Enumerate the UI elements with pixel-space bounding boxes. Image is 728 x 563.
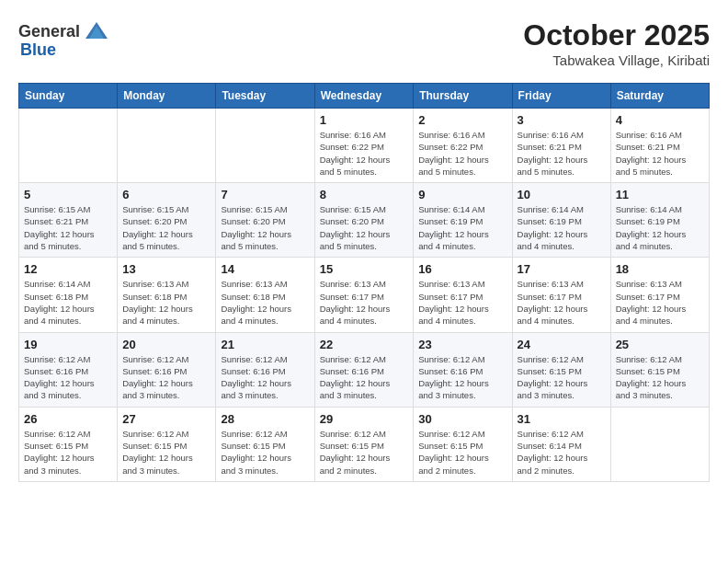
day-detail: Sunrise: 6:16 AMSunset: 6:21 PMDaylight:… xyxy=(616,129,704,178)
day-number: 31 xyxy=(518,412,606,426)
day-detail: Sunrise: 6:12 AMSunset: 6:15 PMDaylight:… xyxy=(518,353,606,402)
day-detail: Sunrise: 6:15 AMSunset: 6:20 PMDaylight:… xyxy=(122,203,210,252)
weekday-header: Monday xyxy=(118,84,216,109)
calendar-cell: 12Sunrise: 6:14 AMSunset: 6:18 PMDayligh… xyxy=(19,258,118,332)
day-number: 24 xyxy=(518,338,606,351)
calendar-cell: 4Sunrise: 6:16 AMSunset: 6:21 PMDaylight… xyxy=(610,109,709,183)
day-number: 30 xyxy=(418,412,506,426)
calendar-cell: 19Sunrise: 6:12 AMSunset: 6:16 PMDayligh… xyxy=(19,332,118,407)
calendar-cell: 13Sunrise: 6:13 AMSunset: 6:18 PMDayligh… xyxy=(118,258,216,332)
day-number: 13 xyxy=(122,262,210,276)
day-detail: Sunrise: 6:12 AMSunset: 6:15 PMDaylight:… xyxy=(418,428,506,477)
day-number: 28 xyxy=(221,412,309,426)
day-number: 23 xyxy=(418,338,506,351)
day-number: 21 xyxy=(221,338,309,351)
day-number: 7 xyxy=(221,188,309,201)
calendar-cell: 23Sunrise: 6:12 AMSunset: 6:16 PMDayligh… xyxy=(414,332,512,407)
day-number: 11 xyxy=(616,188,704,201)
day-number: 9 xyxy=(418,188,506,201)
day-detail: Sunrise: 6:12 AMSunset: 6:15 PMDaylight:… xyxy=(320,428,409,477)
calendar-cell: 24Sunrise: 6:12 AMSunset: 6:15 PMDayligh… xyxy=(512,332,610,407)
calendar-cell: 21Sunrise: 6:12 AMSunset: 6:16 PMDayligh… xyxy=(216,332,314,407)
page-header: General Blue October 2025 Tabwakea Villa… xyxy=(18,18,710,68)
calendar-week-row: 12Sunrise: 6:14 AMSunset: 6:18 PMDayligh… xyxy=(19,258,710,332)
day-number: 2 xyxy=(418,113,506,127)
title-section: October 2025 Tabwakea Village, Kiribati xyxy=(523,18,710,68)
day-number: 18 xyxy=(616,262,704,276)
day-number: 5 xyxy=(24,188,112,201)
day-detail: Sunrise: 6:14 AMSunset: 6:19 PMDaylight:… xyxy=(518,203,606,252)
day-detail: Sunrise: 6:12 AMSunset: 6:16 PMDaylight:… xyxy=(418,353,506,402)
calendar-cell: 14Sunrise: 6:13 AMSunset: 6:18 PMDayligh… xyxy=(216,258,314,332)
calendar-cell: 1Sunrise: 6:16 AMSunset: 6:22 PMDaylight… xyxy=(314,109,414,183)
day-number: 12 xyxy=(24,262,112,276)
day-number: 3 xyxy=(518,113,606,127)
day-number: 19 xyxy=(24,338,112,351)
calendar-cell: 2Sunrise: 6:16 AMSunset: 6:22 PMDaylight… xyxy=(414,109,512,183)
calendar-cell: 16Sunrise: 6:13 AMSunset: 6:17 PMDayligh… xyxy=(414,258,512,332)
logo: General Blue xyxy=(18,18,109,60)
calendar-table: SundayMondayTuesdayWednesdayThursdayFrid… xyxy=(18,83,710,482)
logo-blue: Blue xyxy=(20,40,56,60)
calendar-cell xyxy=(19,109,118,183)
calendar-cell: 27Sunrise: 6:12 AMSunset: 6:15 PMDayligh… xyxy=(118,407,216,481)
day-detail: Sunrise: 6:16 AMSunset: 6:22 PMDaylight:… xyxy=(418,129,506,178)
day-number: 29 xyxy=(320,412,409,426)
calendar-cell: 10Sunrise: 6:14 AMSunset: 6:19 PMDayligh… xyxy=(512,183,610,258)
calendar-cell: 11Sunrise: 6:14 AMSunset: 6:19 PMDayligh… xyxy=(610,183,709,258)
calendar-cell: 26Sunrise: 6:12 AMSunset: 6:15 PMDayligh… xyxy=(19,407,118,481)
calendar-cell: 25Sunrise: 6:12 AMSunset: 6:15 PMDayligh… xyxy=(610,332,709,407)
day-number: 26 xyxy=(24,412,112,426)
logo-icon xyxy=(84,18,109,44)
day-detail: Sunrise: 6:13 AMSunset: 6:17 PMDaylight:… xyxy=(418,278,506,327)
weekday-header: Saturday xyxy=(610,84,709,109)
day-number: 4 xyxy=(616,113,704,127)
day-detail: Sunrise: 6:14 AMSunset: 6:19 PMDaylight:… xyxy=(616,203,704,252)
calendar-cell: 30Sunrise: 6:12 AMSunset: 6:15 PMDayligh… xyxy=(414,407,512,481)
day-detail: Sunrise: 6:14 AMSunset: 6:19 PMDaylight:… xyxy=(418,203,506,252)
calendar-cell: 6Sunrise: 6:15 AMSunset: 6:20 PMDaylight… xyxy=(118,183,216,258)
weekday-header: Tuesday xyxy=(216,84,314,109)
day-number: 1 xyxy=(320,113,409,127)
day-number: 27 xyxy=(122,412,210,426)
day-detail: Sunrise: 6:12 AMSunset: 6:15 PMDaylight:… xyxy=(221,428,309,477)
weekday-header: Friday xyxy=(512,84,610,109)
calendar-cell: 31Sunrise: 6:12 AMSunset: 6:14 PMDayligh… xyxy=(512,407,610,481)
day-detail: Sunrise: 6:13 AMSunset: 6:18 PMDaylight:… xyxy=(122,278,210,327)
day-detail: Sunrise: 6:12 AMSunset: 6:14 PMDaylight:… xyxy=(518,428,606,477)
calendar-week-row: 19Sunrise: 6:12 AMSunset: 6:16 PMDayligh… xyxy=(19,332,710,407)
weekday-header: Wednesday xyxy=(314,84,414,109)
calendar-header-row: SundayMondayTuesdayWednesdayThursdayFrid… xyxy=(19,84,710,109)
day-number: 25 xyxy=(616,338,704,351)
day-detail: Sunrise: 6:15 AMSunset: 6:20 PMDaylight:… xyxy=(221,203,309,252)
day-detail: Sunrise: 6:12 AMSunset: 6:15 PMDaylight:… xyxy=(122,428,210,477)
day-detail: Sunrise: 6:12 AMSunset: 6:15 PMDaylight:… xyxy=(616,353,704,402)
day-detail: Sunrise: 6:16 AMSunset: 6:21 PMDaylight:… xyxy=(518,129,606,178)
day-detail: Sunrise: 6:13 AMSunset: 6:18 PMDaylight:… xyxy=(221,278,309,327)
location-title: Tabwakea Village, Kiribati xyxy=(523,52,710,68)
weekday-header: Sunday xyxy=(19,84,118,109)
logo-general: General xyxy=(18,22,80,41)
calendar-week-row: 26Sunrise: 6:12 AMSunset: 6:15 PMDayligh… xyxy=(19,407,710,481)
day-number: 16 xyxy=(418,262,506,276)
day-detail: Sunrise: 6:13 AMSunset: 6:17 PMDaylight:… xyxy=(518,278,606,327)
day-detail: Sunrise: 6:14 AMSunset: 6:18 PMDaylight:… xyxy=(24,278,112,327)
calendar-cell: 28Sunrise: 6:12 AMSunset: 6:15 PMDayligh… xyxy=(216,407,314,481)
day-detail: Sunrise: 6:12 AMSunset: 6:16 PMDaylight:… xyxy=(320,353,409,402)
day-number: 15 xyxy=(320,262,409,276)
day-number: 8 xyxy=(320,188,409,201)
day-detail: Sunrise: 6:12 AMSunset: 6:16 PMDaylight:… xyxy=(122,353,210,402)
day-detail: Sunrise: 6:12 AMSunset: 6:16 PMDaylight:… xyxy=(24,353,112,402)
month-title: October 2025 xyxy=(523,18,710,52)
calendar-cell: 15Sunrise: 6:13 AMSunset: 6:17 PMDayligh… xyxy=(314,258,414,332)
day-detail: Sunrise: 6:15 AMSunset: 6:20 PMDaylight:… xyxy=(320,203,409,252)
day-detail: Sunrise: 6:12 AMSunset: 6:16 PMDaylight:… xyxy=(221,353,309,402)
calendar-cell: 17Sunrise: 6:13 AMSunset: 6:17 PMDayligh… xyxy=(512,258,610,332)
calendar-cell: 18Sunrise: 6:13 AMSunset: 6:17 PMDayligh… xyxy=(610,258,709,332)
weekday-header: Thursday xyxy=(414,84,512,109)
day-detail: Sunrise: 6:12 AMSunset: 6:15 PMDaylight:… xyxy=(24,428,112,477)
day-number: 14 xyxy=(221,262,309,276)
calendar-cell xyxy=(216,109,314,183)
day-detail: Sunrise: 6:13 AMSunset: 6:17 PMDaylight:… xyxy=(616,278,704,327)
day-number: 6 xyxy=(122,188,210,201)
